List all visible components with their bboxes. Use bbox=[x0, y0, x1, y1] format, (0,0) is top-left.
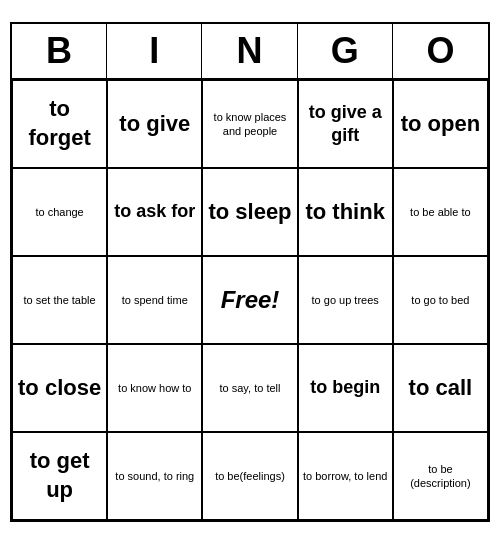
bingo-header: BINGO bbox=[12, 24, 488, 80]
header-letter: I bbox=[107, 24, 202, 78]
bingo-cell: to say, to tell bbox=[202, 344, 297, 432]
bingo-cell: to ask for bbox=[107, 168, 202, 256]
bingo-cell: to forget bbox=[12, 80, 107, 168]
header-letter: N bbox=[202, 24, 297, 78]
bingo-cell: to be (description) bbox=[393, 432, 488, 520]
bingo-cell: to think bbox=[298, 168, 393, 256]
bingo-cell: to set the table bbox=[12, 256, 107, 344]
bingo-cell: to sound, to ring bbox=[107, 432, 202, 520]
bingo-cell: to sleep bbox=[202, 168, 297, 256]
header-letter: O bbox=[393, 24, 488, 78]
header-letter: G bbox=[298, 24, 393, 78]
bingo-cell: to be able to bbox=[393, 168, 488, 256]
bingo-cell: to open bbox=[393, 80, 488, 168]
bingo-cell: Free! bbox=[202, 256, 297, 344]
bingo-grid: to forgetto giveto know places and peopl… bbox=[12, 80, 488, 520]
bingo-cell: to know places and people bbox=[202, 80, 297, 168]
bingo-cell: to be(feelings) bbox=[202, 432, 297, 520]
bingo-cell: to give bbox=[107, 80, 202, 168]
bingo-cell: to begin bbox=[298, 344, 393, 432]
bingo-card: BINGO to forgetto giveto know places and… bbox=[10, 22, 490, 522]
bingo-cell: to borrow, to lend bbox=[298, 432, 393, 520]
header-letter: B bbox=[12, 24, 107, 78]
bingo-cell: to call bbox=[393, 344, 488, 432]
bingo-cell: to spend time bbox=[107, 256, 202, 344]
bingo-cell: to know how to bbox=[107, 344, 202, 432]
bingo-cell: to close bbox=[12, 344, 107, 432]
bingo-cell: to give a gift bbox=[298, 80, 393, 168]
bingo-cell: to change bbox=[12, 168, 107, 256]
bingo-cell: to go up trees bbox=[298, 256, 393, 344]
bingo-cell: to get up bbox=[12, 432, 107, 520]
bingo-cell: to go to bed bbox=[393, 256, 488, 344]
